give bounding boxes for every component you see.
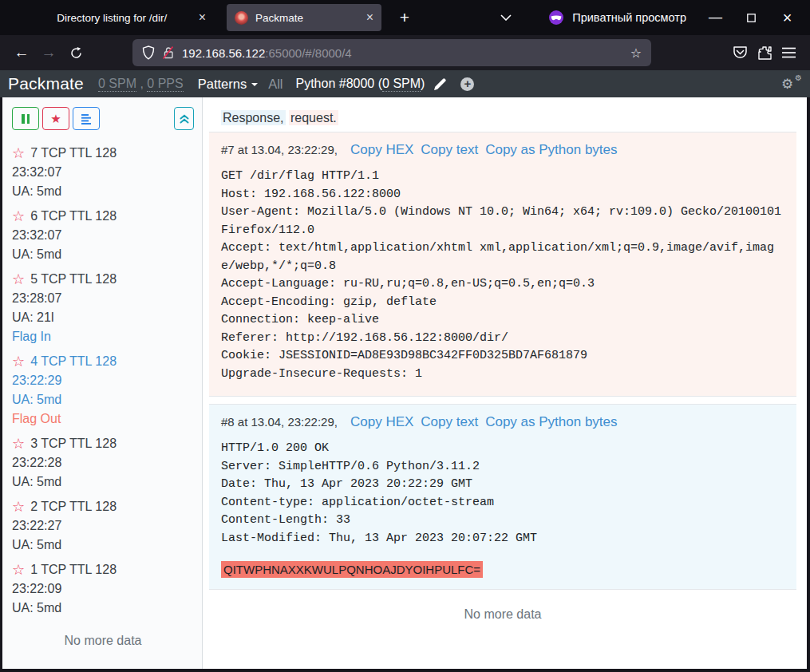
response-filter-chip[interactable]: Response, bbox=[221, 110, 286, 125]
packet-time: 23:28:07 bbox=[12, 289, 194, 308]
copy-python-bytes-link[interactable]: Copy as Python bytes bbox=[485, 414, 617, 430]
packet-time: 23:22:27 bbox=[12, 516, 194, 536]
packet-card-request: #7 at 13.04, 23:22:29, Copy HEX Copy tex… bbox=[209, 132, 796, 397]
copy-hex-link[interactable]: Copy HEX bbox=[350, 414, 413, 430]
packmate-favicon-icon bbox=[235, 11, 248, 25]
pattern-match-highlight: QITWPHNAXXKWULPQNHOAJDYOIHPULFC= bbox=[221, 561, 483, 578]
tab-directory-listing[interactable]: Directory listing for /dir/ × bbox=[24, 4, 214, 31]
traffic-stats: 0 SPM , 0 PPS bbox=[98, 77, 184, 91]
pps-stat: 0 PPS bbox=[147, 77, 183, 92]
service-spm: 0 SPM bbox=[382, 77, 421, 92]
patterns-dropdown[interactable]: Patterns bbox=[198, 77, 258, 92]
packet-time: 23:22:28 bbox=[12, 453, 194, 472]
list-all-tabs-button[interactable] bbox=[500, 14, 512, 21]
service-tab-python-8000[interactable]: Python #8000 (0 SPM) bbox=[296, 77, 425, 91]
pocket-icon[interactable] bbox=[733, 45, 748, 60]
settings-gears-icon[interactable]: ⚙⚙ bbox=[781, 75, 802, 93]
service-suffix: ) bbox=[421, 77, 425, 90]
packmate-header: Packmate 0 SPM , 0 PPS Patterns All Pyth… bbox=[0, 70, 810, 97]
tab-packmate[interactable]: Packmate × bbox=[227, 4, 381, 31]
back-button[interactable]: ← bbox=[8, 40, 35, 65]
navigation-toolbar: ← → 192.168.56.122:65000/#/8000/4 ☆ bbox=[0, 35, 810, 70]
caret-down-icon bbox=[251, 83, 258, 86]
stream-detail: Response, request. #7 at 13.04, 23:22:29… bbox=[203, 97, 807, 669]
patterns-label: Patterns bbox=[198, 77, 247, 92]
menu-hamburger-icon[interactable] bbox=[782, 47, 796, 58]
pattern-match-row: QITWPHNAXXKWULPQNHOAJDYOIHPULFC= bbox=[221, 563, 784, 576]
favorite-star-icon[interactable]: ☆ bbox=[12, 146, 25, 160]
reload-button[interactable] bbox=[62, 40, 89, 65]
tab-title: Packmate bbox=[255, 12, 303, 24]
favorite-star-icon[interactable]: ☆ bbox=[12, 272, 25, 287]
flag-out-link[interactable]: Flag Out bbox=[12, 409, 194, 429]
bookmark-star-icon[interactable]: ☆ bbox=[630, 45, 642, 61]
star-icon: ★ bbox=[50, 112, 61, 126]
private-label: Приватный просмотр bbox=[572, 11, 686, 24]
minimize-button[interactable]: — bbox=[697, 0, 733, 35]
packet-list-item[interactable]: ☆5 TCP TTL 128 23:28:07 UA: 21l Flag In bbox=[12, 270, 194, 346]
packet-header: #8 at 13.04, 23:22:29, bbox=[221, 415, 338, 429]
packet-title: 6 TCP TTL 128 bbox=[30, 207, 117, 226]
edit-service-button[interactable] bbox=[433, 77, 447, 91]
packet-title: 2 TCP TTL 128 bbox=[30, 497, 117, 516]
extensions-puzzle-icon[interactable] bbox=[757, 45, 772, 61]
reload-icon bbox=[70, 47, 82, 59]
packet-payload: GET /dir/flag HTTP/1.1 Host: 192.168.56.… bbox=[221, 168, 784, 383]
packet-ua: UA: 21l bbox=[12, 308, 194, 327]
sidebar-controls: ★ bbox=[12, 107, 194, 130]
flag-in-link[interactable]: Flag In bbox=[12, 327, 194, 346]
add-service-button[interactable]: + bbox=[460, 77, 474, 91]
packet-list-item[interactable]: ☆1 TCP TTL 128 23:22:09 UA: 5md bbox=[12, 560, 194, 618]
favorite-star-icon[interactable]: ☆ bbox=[12, 563, 25, 577]
packet-card-response: #8 at 13.04, 23:22:29, Copy HEX Copy tex… bbox=[209, 404, 796, 590]
spm-stat: 0 SPM bbox=[98, 77, 136, 92]
packet-title: 3 TCP TTL 128 bbox=[30, 434, 117, 453]
packet-list-item[interactable]: ☆3 TCP TTL 128 23:22:28 UA: 5md bbox=[12, 434, 194, 492]
shield-icon[interactable] bbox=[142, 45, 155, 60]
insecure-lock-icon[interactable] bbox=[162, 45, 175, 60]
url-text: 192.168.56.122:65000/#/8000/4 bbox=[182, 46, 352, 60]
packet-ua: UA: 5md bbox=[12, 182, 194, 201]
close-icon[interactable]: × bbox=[192, 11, 206, 24]
favorite-star-icon[interactable]: ☆ bbox=[12, 209, 25, 223]
compact-view-button[interactable] bbox=[73, 107, 100, 130]
favorite-star-icon[interactable]: ☆ bbox=[12, 437, 25, 451]
forward-button[interactable]: → bbox=[35, 40, 62, 65]
window-controls: — × bbox=[697, 0, 805, 35]
pause-icon bbox=[22, 114, 30, 124]
packet-list-item[interactable]: ☆6 TCP TTL 128 23:32:07 UA: 5md bbox=[12, 207, 194, 264]
packet-list-item[interactable]: ☆7 TCP TTL 128 23:32:07 UA: 5md bbox=[12, 144, 194, 201]
copy-python-bytes-link[interactable]: Copy as Python bytes bbox=[485, 142, 617, 158]
packmate-brand[interactable]: Packmate bbox=[8, 74, 84, 93]
url-host: 192.168.56.122 bbox=[182, 46, 265, 60]
copy-hex-link[interactable]: Copy HEX bbox=[350, 142, 413, 158]
packet-sidebar: ★ ☆7 TCP TTL 128 23:32:07 UA: 5md bbox=[2, 97, 203, 669]
packet-title: 5 TCP TTL 128 bbox=[30, 270, 117, 289]
close-window-button[interactable]: × bbox=[769, 0, 805, 35]
packet-list-item[interactable]: ☆2 TCP TTL 128 23:22:27 UA: 5md bbox=[12, 497, 194, 555]
packet-payload: HTTP/1.0 200 OK Server: SimpleHTTP/0.6 P… bbox=[221, 440, 784, 547]
packet-list-item-selected[interactable]: ☆4 TCP TTL 128 23:22:29 UA: 5md Flag Out bbox=[12, 352, 194, 429]
packet-ua: UA: 5md bbox=[12, 245, 194, 264]
copy-text-link[interactable]: Copy text bbox=[421, 414, 478, 430]
tab-title: Directory listing for /dir/ bbox=[32, 12, 192, 24]
url-bar[interactable]: 192.168.56.122:65000/#/8000/4 ☆ bbox=[132, 39, 651, 66]
new-tab-button[interactable]: + bbox=[393, 6, 417, 30]
service-prefix: Python #8000 ( bbox=[296, 77, 383, 90]
request-filter-chip[interactable]: request. bbox=[289, 110, 338, 125]
favorite-star-icon[interactable]: ☆ bbox=[12, 354, 25, 369]
direction-filters: Response, request. bbox=[221, 111, 807, 125]
favorite-star-icon[interactable]: ☆ bbox=[12, 500, 25, 514]
favorites-filter-button[interactable]: ★ bbox=[42, 107, 69, 130]
copy-text-link[interactable]: Copy text bbox=[421, 142, 478, 158]
close-icon[interactable]: × bbox=[360, 11, 373, 24]
all-services-link[interactable]: All bbox=[268, 77, 283, 92]
maximize-button[interactable] bbox=[733, 0, 769, 35]
packet-time: 23:22:09 bbox=[12, 579, 194, 599]
pause-stream-button[interactable] bbox=[12, 107, 39, 130]
packet-header: #7 at 13.04, 23:22:29, bbox=[221, 143, 338, 156]
stream-no-more-data: No more data bbox=[209, 607, 796, 622]
packet-ua: UA: 5md bbox=[12, 599, 194, 618]
scroll-to-top-button[interactable] bbox=[174, 107, 194, 130]
packet-ua: UA: 5md bbox=[12, 472, 194, 492]
